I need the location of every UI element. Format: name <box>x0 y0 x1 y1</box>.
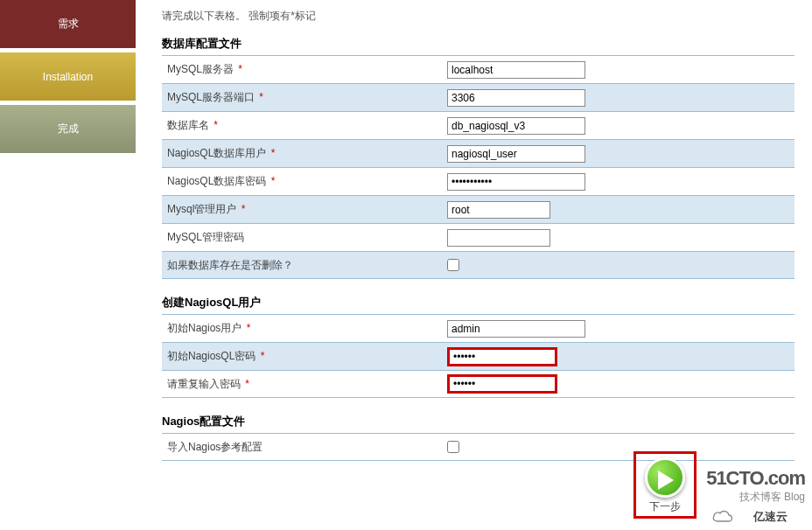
label-import-nagios: 导入Nagios参考配置 <box>167 441 262 453</box>
row-admin-pass: MySQL管理密码 <box>162 223 794 251</box>
required-mark: * <box>268 147 275 159</box>
nagios-section-title: Nagios配置文件 <box>162 414 794 429</box>
input-db-pass[interactable] <box>447 173 585 191</box>
user-section-title: 创建NagiosQL用户 <box>162 295 794 310</box>
input-admin-pass[interactable] <box>447 229 550 247</box>
cloud-icon <box>710 509 735 525</box>
row-db-name: 数据库名 * <box>162 111 794 139</box>
required-mark: * <box>256 91 263 103</box>
row-confirm-pass: 请重复输入密码 * <box>162 370 794 398</box>
watermark-small: 技术博客 Blog <box>706 490 805 505</box>
nav-done[interactable]: 完成 <box>0 105 136 153</box>
required-mark: * <box>211 119 218 131</box>
input-init-pass[interactable] <box>447 347 557 366</box>
row-db-pass: NagiosQL数据库密码 * <box>162 167 794 195</box>
row-db-user: NagiosQL数据库用户 * <box>162 139 794 167</box>
watermark-big: 51CTO.com <box>706 467 805 490</box>
main-content: 请完成以下表格。 强制项有*标记 数据库配置文件 MySQL服务器 * MySQ… <box>136 0 812 461</box>
row-mysql-server: MySQL服务器 * <box>162 55 794 83</box>
next-label: 下一步 <box>645 499 685 514</box>
label-init-pass: 初始NagiosQL密码 <box>167 350 256 362</box>
input-mysql-port[interactable] <box>447 89 585 107</box>
required-mark: * <box>268 175 275 187</box>
row-init-pass: 初始NagiosQL密码 * <box>162 342 794 370</box>
checkbox-drop-db[interactable] <box>447 259 459 271</box>
checkbox-import-nagios[interactable] <box>447 441 459 453</box>
row-init-user: 初始Nagios用户 * <box>162 314 794 342</box>
row-admin-user: Mysql管理用户 * <box>162 195 794 223</box>
label-db-pass: NagiosQL数据库密码 <box>167 175 266 187</box>
label-mysql-server: MySQL服务器 <box>167 63 234 75</box>
label-mysql-port: MySQL服务器端口 <box>167 91 255 103</box>
next-button[interactable] <box>645 457 685 498</box>
nav-requirements[interactable]: 需求 <box>0 0 136 48</box>
row-import-nagios: 导入Nagios参考配置 <box>162 433 794 461</box>
watermark-yisu: 亿速云 <box>753 509 788 525</box>
intro-text: 请完成以下表格。 强制项有*标记 <box>162 9 794 24</box>
db-section-title: 数据库配置文件 <box>162 36 794 52</box>
next-step-wrap: 下一步 <box>634 451 696 519</box>
input-confirm-pass[interactable] <box>447 374 557 394</box>
label-admin-user: Mysql管理用户 <box>167 203 236 215</box>
label-db-user: NagiosQL数据库用户 <box>167 147 266 159</box>
required-mark: * <box>243 322 250 334</box>
input-db-user[interactable] <box>447 145 585 163</box>
sidebar: 需求 Installation 完成 <box>0 0 136 461</box>
row-mysql-port: MySQL服务器端口 * <box>162 83 794 111</box>
required-mark: * <box>242 378 249 390</box>
input-init-user[interactable] <box>447 320 585 338</box>
input-db-name[interactable] <box>447 117 585 135</box>
input-mysql-server[interactable] <box>447 61 585 79</box>
input-admin-user[interactable] <box>447 201 550 219</box>
row-drop-db: 如果数据库存在是否删除？ <box>162 251 794 279</box>
label-db-name: 数据库名 <box>167 119 209 131</box>
required-mark: * <box>238 203 245 215</box>
label-drop-db: 如果数据库存在是否删除？ <box>167 259 293 271</box>
required-mark: * <box>235 63 242 75</box>
nav-installation[interactable]: Installation <box>0 52 136 101</box>
label-init-user: 初始Nagios用户 <box>167 322 242 334</box>
label-admin-pass: MySQL管理密码 <box>167 231 244 243</box>
watermark-51cto: 51CTO.com 技术博客 Blog <box>706 467 805 505</box>
required-mark: * <box>257 350 264 362</box>
label-confirm-pass: 请重复输入密码 <box>167 378 241 390</box>
